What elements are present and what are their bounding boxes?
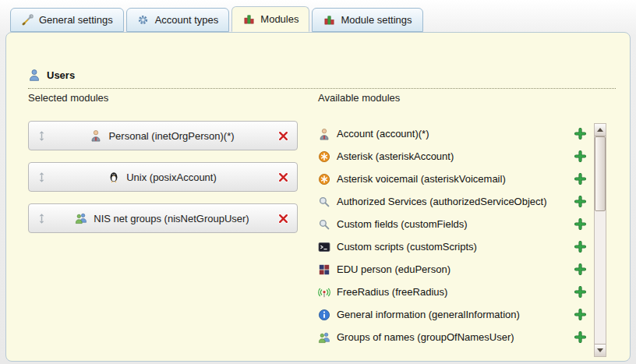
tools-icon bbox=[21, 14, 34, 27]
add-icon[interactable] bbox=[574, 241, 586, 253]
selected-module-label: NIS net groups (nisNetGroupUser) bbox=[94, 213, 249, 224]
available-module-row: Account (account)(*) bbox=[318, 122, 589, 145]
tab-bar: General settingsAccount typesModulesModu… bbox=[10, 7, 423, 32]
page-title: Users bbox=[47, 69, 75, 81]
available-module-row: General information (generalInformation) bbox=[318, 303, 589, 326]
gears-icon bbox=[137, 14, 150, 27]
person-icon bbox=[90, 129, 102, 142]
edu-icon bbox=[318, 263, 330, 276]
available-module-label: Account (account)(*) bbox=[337, 128, 567, 140]
selected-module-row: Personal (inetOrgPerson)(*) bbox=[28, 121, 298, 150]
delete-icon[interactable] bbox=[277, 129, 289, 142]
scrollbar-thumb[interactable] bbox=[595, 136, 606, 211]
tab-account-types[interactable]: Account types bbox=[126, 8, 230, 32]
scrollbar[interactable] bbox=[594, 123, 606, 357]
delete-icon[interactable] bbox=[277, 171, 289, 183]
available-module-label: General information (generalInformation) bbox=[337, 309, 567, 320]
add-icon[interactable] bbox=[574, 218, 586, 231]
modules-icon bbox=[323, 14, 335, 27]
available-modules-list: Account (account)(*)Asterisk (asteriskAc… bbox=[318, 122, 589, 348]
asterisk-icon bbox=[318, 173, 330, 186]
selected-module-label: Personal (inetOrgPerson)(*) bbox=[108, 130, 234, 142]
magnifier-icon bbox=[318, 196, 330, 208]
available-module-label: Custom fields (customFields) bbox=[337, 218, 567, 230]
group-icon bbox=[75, 212, 87, 224]
user-icon bbox=[28, 69, 41, 81]
available-module-label: EDU person (eduPerson) bbox=[337, 263, 567, 275]
scrollbar-up-button[interactable] bbox=[595, 124, 606, 136]
modules-panel: Users Selected modules Available modules… bbox=[5, 32, 631, 362]
add-icon[interactable] bbox=[574, 286, 586, 299]
add-icon[interactable] bbox=[574, 128, 586, 140]
drag-handle-icon[interactable] bbox=[35, 171, 48, 183]
available-module-row: Asterisk voicemail (asteriskVoicemail) bbox=[318, 168, 589, 190]
available-module-row: Custom scripts (customScripts) bbox=[318, 235, 589, 258]
penguin-icon bbox=[108, 171, 120, 183]
available-module-row: Asterisk (asteriskAccount) bbox=[318, 145, 589, 168]
arrow-down-icon bbox=[597, 348, 603, 352]
add-icon[interactable] bbox=[574, 331, 586, 344]
available-module-label: Groups of names (groupOfNamesUser) bbox=[337, 331, 567, 343]
tab-label: Modules bbox=[260, 13, 299, 25]
available-modules-label: Available modules bbox=[318, 92, 400, 104]
terminal-icon bbox=[318, 241, 330, 253]
scrollbar-track[interactable] bbox=[595, 136, 606, 344]
lam-configuration-page: General settingsAccount typesModulesModu… bbox=[0, 0, 636, 364]
available-module-row: FreeRadius (freeRadius) bbox=[318, 281, 589, 303]
selected-module-row: NIS net groups (nisNetGroupUser) bbox=[28, 203, 298, 233]
selected-module-row: Unix (posixAccount) bbox=[28, 162, 298, 192]
tab-label: General settings bbox=[39, 14, 113, 26]
add-icon[interactable] bbox=[574, 196, 586, 208]
info-icon bbox=[318, 309, 330, 321]
group-icon bbox=[318, 331, 330, 344]
drag-handle-icon[interactable] bbox=[35, 212, 48, 224]
available-module-row: Groups of names (groupOfNamesUser) bbox=[318, 326, 589, 348]
asterisk-icon bbox=[318, 150, 330, 163]
available-module-label: Asterisk voicemail (asteriskVoicemail) bbox=[337, 173, 567, 185]
tab-general-settings[interactable]: General settings bbox=[10, 8, 124, 32]
add-icon[interactable] bbox=[574, 173, 586, 186]
add-icon[interactable] bbox=[574, 263, 586, 276]
arrow-up-icon bbox=[597, 128, 603, 132]
section-heading: Users bbox=[28, 69, 616, 89]
add-icon[interactable] bbox=[574, 309, 586, 321]
selected-modules-list: Personal (inetOrgPerson)(*)Unix (posixAc… bbox=[28, 121, 298, 245]
tab-label: Module settings bbox=[341, 14, 412, 26]
tab-label: Account types bbox=[155, 14, 219, 26]
add-icon[interactable] bbox=[574, 150, 586, 163]
tab-modules[interactable]: Modules bbox=[231, 6, 309, 32]
selected-module-label: Unix (posixAccount) bbox=[126, 171, 217, 183]
available-module-label: Authorized Services (authorizedServiceOb… bbox=[337, 196, 567, 207]
available-module-label: FreeRadius (freeRadius) bbox=[337, 286, 567, 298]
drag-handle-icon[interactable] bbox=[35, 129, 48, 142]
selected-modules-label: Selected modules bbox=[28, 92, 108, 104]
modules-icon bbox=[242, 13, 255, 26]
magnifier-icon bbox=[318, 218, 330, 231]
available-module-label: Asterisk (asteriskAccount) bbox=[337, 150, 567, 162]
scrollbar-down-button[interactable] bbox=[595, 344, 606, 356]
tab-module-settings[interactable]: Module settings bbox=[312, 8, 422, 32]
person-icon bbox=[318, 128, 330, 140]
available-module-label: Custom scripts (customScripts) bbox=[337, 241, 567, 253]
available-module-row: EDU person (eduPerson) bbox=[318, 258, 589, 281]
radius-icon bbox=[318, 286, 330, 299]
available-module-row: Custom fields (customFields) bbox=[318, 213, 589, 235]
delete-icon[interactable] bbox=[277, 212, 289, 224]
available-module-row: Authorized Services (authorizedServiceOb… bbox=[318, 190, 589, 213]
